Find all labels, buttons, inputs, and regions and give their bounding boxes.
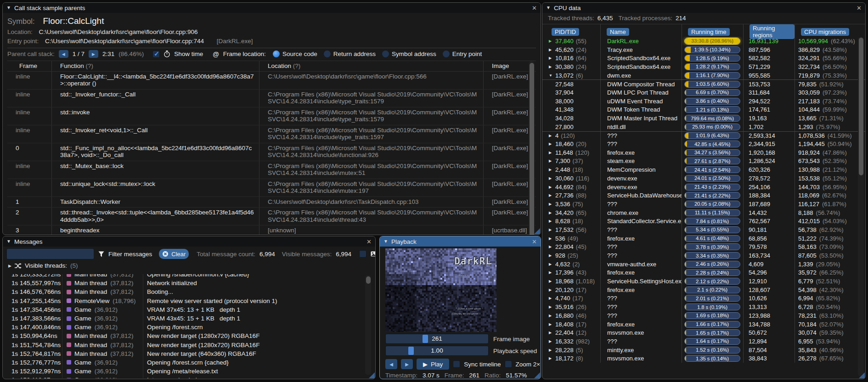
cpu-table-row[interactable]: ▶ 27,736 (88) ServiceHub.DataWarehouse 2…	[542, 191, 865, 200]
close-icon[interactable]	[532, 5, 537, 11]
cpu-table-row[interactable]: ▶ 11,648 (120) firefox.exe 34.27 s (3.56…	[542, 148, 865, 157]
expand-arrow-icon[interactable]: ▶	[8, 264, 11, 268]
expand-arrow-icon[interactable]: ▶	[549, 168, 555, 172]
cpu-table-row[interactable]: ▶ 2,448 (18) MemCompression 24.41 s (2.5…	[542, 165, 865, 174]
expand-arrow-icon[interactable]: ▶	[549, 262, 555, 266]
cpu-table-row[interactable]: ▶ 536 (49) firefox.exe 4.61 s (0.48%) 68…	[542, 234, 865, 243]
expand-arrow-icon[interactable]: ▶	[549, 356, 555, 360]
expand-arrow-icon[interactable]: ▶	[549, 339, 555, 343]
frame-location-option[interactable]: Symbol address	[382, 51, 436, 57]
cpu-table-row[interactable]: ▶ 35,916 (26) ??? 1.8 s (0.19%) 13,313 6…	[542, 303, 865, 311]
function-name[interactable]: std::_Invoker_ret<void,1>::_Call	[51, 125, 259, 143]
playback-speed-slider[interactable]: 1.00	[385, 346, 489, 356]
frame-location-option[interactable]: Entry point	[443, 51, 482, 57]
playback-titlebar[interactable]: ▼ Playback	[380, 236, 541, 247]
expand-arrow-icon[interactable]: ▶	[549, 185, 555, 189]
cpu-migrations-column-button[interactable]: CPU migrations	[801, 28, 849, 36]
collapse-arrow-icon[interactable]: ▼	[6, 239, 11, 244]
resize-grip[interactable]	[534, 228, 540, 234]
expand-arrow-icon[interactable]: ▶	[549, 159, 555, 163]
close-icon[interactable]	[532, 238, 537, 245]
callstack-row[interactable]: inline std::invoke C:\Program Files (x86…	[7, 107, 536, 125]
scrollbar-thumb[interactable]	[859, 38, 863, 175]
cpu-table-row[interactable]: ▶ 18,408 (17) firefox.exe 1.66 s (0.17%)…	[542, 320, 865, 329]
visible-threads-expander[interactable]: ▶ Visible threads: (5)	[3, 261, 375, 270]
callstack-row[interactable]: 0 std::_Func_impl_no_alloc<<lambda_5bc22…	[7, 143, 536, 161]
cpu-table-row[interactable]: 37,904 DWM LPC Port Thread 6.69 s (0.70%…	[542, 88, 865, 97]
resize-grip[interactable]	[369, 372, 375, 378]
step-back-button[interactable]: ◀	[385, 359, 397, 369]
function-name[interactable]: beginthreadex	[51, 225, 259, 235]
expand-arrow-icon[interactable]: ▶	[549, 348, 555, 352]
frame-slider[interactable]: 261	[385, 334, 489, 344]
scrollbar-thumb[interactable]	[530, 63, 534, 235]
expand-arrow-icon[interactable]: ▶	[549, 193, 555, 197]
cpu-table-row[interactable]: ▶ 8,628 (18) StandardCollector.Service.e…	[542, 217, 865, 225]
collapse-arrow-icon[interactable]: ▼	[6, 6, 11, 10]
callstack-table-header[interactable]: Frame Function (?) Location (?) Image	[7, 61, 536, 72]
cpu-table-row[interactable]: ▶ 4 (120) ??? 1:01.9 (6.43%) 2,593,314 1…	[542, 131, 865, 140]
expand-arrow-icon[interactable]: ▶	[549, 270, 555, 275]
expand-arrow-icon[interactable]: ▶	[549, 228, 555, 232]
radio-icon[interactable]	[443, 51, 450, 57]
expand-arrow-icon[interactable]: ▶	[549, 236, 555, 241]
cpu-table-row[interactable]: 27,800 ntdll.dll 25.93 ms (0.00%) 1,702 …	[542, 123, 865, 131]
expand-arrow-icon[interactable]: ▶	[549, 279, 555, 283]
callstack-scrollbar[interactable]	[529, 61, 535, 235]
callstack-row[interactable]: inline std::unique_lock<std::mutex>::loc…	[7, 179, 536, 197]
cpu-table-row[interactable]: ▶ 44,692 (84) devenv.exe 21.43 s (2.23%)…	[542, 183, 865, 191]
expand-arrow-icon[interactable]: ▶	[549, 305, 555, 309]
expand-arrow-icon[interactable]: ▶	[549, 331, 555, 335]
function-name[interactable]: std::_Func_impl_no_alloc<<lambda_5bc224f…	[51, 143, 259, 161]
message-row[interactable]: 1s 150,994,64ns Main thread (37,812) New…	[3, 331, 375, 340]
next-frame-button[interactable]: ▶	[89, 50, 98, 58]
expand-arrow-icon[interactable]: ▶	[549, 39, 555, 43]
cpu-table-row[interactable]: ▶ 20,120 (17) firefox.exe 2.1 s (0.22%) …	[542, 286, 865, 294]
message-row[interactable]: 1s 145,557,997ns Main thread (37,812) Ne…	[3, 279, 375, 287]
message-row[interactable]: 1s 152,912,997ns Game (36,912) Opening /…	[3, 367, 375, 376]
cpu-table-row[interactable]: 41,348 DWM Token Thread 1.21 s (0.13%) 1…	[542, 106, 865, 114]
expand-arrow-icon[interactable]: ▶	[549, 65, 555, 69]
close-icon[interactable]	[366, 238, 372, 245]
expand-arrow-icon[interactable]: ▶	[549, 142, 555, 146]
cpu-table-row[interactable]: ▶ 18,172 (8) msvsmon.exe 1.35 s (0.14%) …	[542, 354, 865, 363]
callstack-row[interactable]: inline std::_Invoker_ret<void,1>::_Call …	[7, 125, 536, 143]
play-button[interactable]: ▶ Play	[417, 359, 449, 370]
cpu-table-row[interactable]: ▶ 45,620 (24) Tracy.exe 1:39.5 (10.34%) …	[542, 45, 865, 54]
show-images-checkbox[interactable]	[359, 250, 366, 258]
cpu-table-row[interactable]: ▶ 4,740 (17) ??? 2.01 s (0.21%) 10,626 6…	[542, 294, 865, 303]
radio-icon[interactable]	[324, 51, 331, 57]
expand-arrow-icon[interactable]: ▶	[549, 253, 555, 258]
cpu-table-row[interactable]: ▶ 30,060 (116) devenv.exe 24.01 s (2.50%…	[542, 174, 865, 183]
function-name[interactable]: std::_Invoker_functor::_Call	[51, 90, 259, 107]
callstack-row[interactable]: inline std::_Invoker_functor::_Call C:\P…	[7, 89, 536, 107]
message-row[interactable]: 1s 147,400,846ns Game (36,912) Opening /…	[3, 323, 375, 331]
cpu-table-row[interactable]: ▶ 16,332 (982) ??? 1.64 s (0.17%) 12,894…	[542, 337, 865, 346]
message-row[interactable]: 1s 147,255,145ns RemoteView (18,796) Rem…	[3, 297, 375, 305]
callstack-row[interactable]: 2 std::thread::_Invoke<std::tuple<<lambd…	[7, 207, 536, 225]
cpu-table-row[interactable]: ▶ 17,532 (56) ??? 5.34 s (0.55%) 90,181 …	[542, 225, 865, 234]
radio-icon[interactable]	[273, 51, 280, 57]
cpu-table-row[interactable]: 27,548 DWM Compositor Thread 1:03.5 (6.6…	[542, 79, 865, 88]
radio-icon[interactable]	[382, 51, 389, 57]
messages-scrollbar[interactable]	[365, 275, 371, 375]
cpu-table-row[interactable]: ▶ 7,300 (37) steam.exe 27.61 s (2.87%) 1…	[542, 157, 865, 166]
message-filter-input[interactable]	[6, 248, 94, 259]
expand-arrow-icon[interactable]: ▶	[549, 151, 555, 155]
zoom-checkbox[interactable]	[505, 360, 512, 368]
cpu-table-row[interactable]: ▶ 18,460 (20) ??? 42.85 s (4.45%) 2,344,…	[542, 140, 865, 148]
sync-timeline-checkbox[interactable]	[453, 360, 460, 368]
resize-grip[interactable]	[859, 372, 865, 378]
message-row[interactable]: 1s 153,116,37ns Game (36,912) Intro menu…	[3, 376, 375, 378]
cpu-table-row[interactable]: ▶ 28,228 (5) mintty.exe 1.52 s (0.16%) 8…	[542, 346, 865, 354]
function-name[interactable]: Floor::CalcLight::__l4::<lambda_5bc224f1…	[51, 72, 259, 89]
cpu-table-row[interactable]: ▶ 30,380 (24) ScriptedSandbox64.exe 1:28…	[542, 62, 865, 71]
message-row[interactable]: 1s 151,754,784ns Main thread (37,812) Ne…	[3, 341, 375, 349]
cpu-table-row[interactable]: ▶ 22,804 (45) ??? 3.78 s (0.39%) 79,578 …	[542, 243, 865, 252]
scrollbar-thumb[interactable]	[366, 276, 371, 284]
expand-arrow-icon[interactable]: ▶	[549, 322, 555, 326]
message-row[interactable]: 1s 120,333,272ns Main thread (37,812) Op…	[3, 274, 375, 279]
expand-arrow-icon[interactable]: ▶	[549, 245, 555, 249]
cpu-table-row[interactable]: ▶ 16,880 (46) ??? 1.69 s (0.18%) 123,988…	[542, 311, 865, 320]
message-row[interactable]: 1s 147,354,456ns Game (36,912) VRAM 37x4…	[3, 305, 375, 314]
